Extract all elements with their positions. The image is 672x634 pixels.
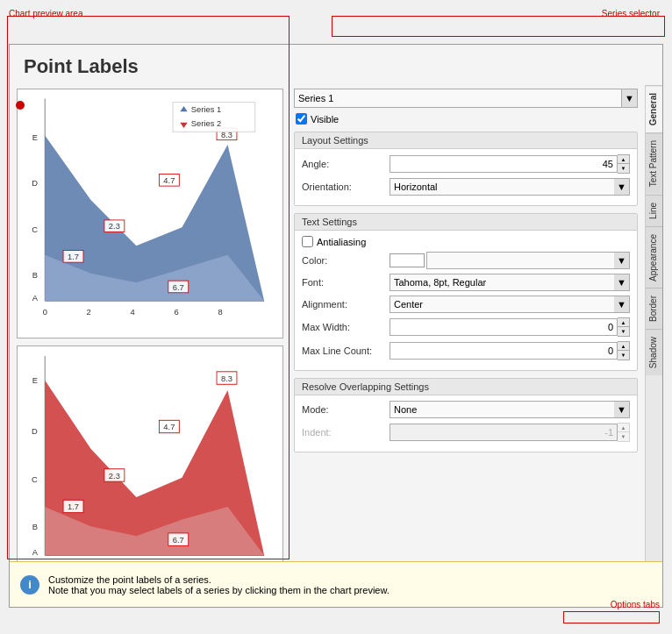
resolve-settings-section: Resolve Overlapping Settings Mode: None … [294,378,638,452]
tab-appearance[interactable]: Appearance [646,226,662,289]
mode-select[interactable]: None Auto [390,401,630,418]
options-tabs-bracket [563,611,660,623]
main-dialog: Point Labels E D C [9,44,663,608]
color-select[interactable] [426,252,630,269]
max-width-up-btn[interactable]: ▲ [618,318,629,327]
svg-text:B: B [32,270,38,280]
indent-input [390,424,618,441]
color-select-wrap: ▼ [426,252,630,269]
visible-label: Visible [311,114,339,125]
chart1-area[interactable]: E D C B A 0 2 4 6 8 8.3 [17,89,283,338]
mode-row: Mode: None Auto ▼ [302,401,630,418]
angle-up-btn[interactable]: ▲ [618,155,629,164]
charts-panel: E D C B A 0 2 4 6 8 8.3 [10,85,290,599]
angle-label: Angle: [302,159,390,169]
svg-text:C: C [32,474,38,484]
visible-checkbox[interactable] [296,113,307,125]
svg-text:2.3: 2.3 [109,221,120,231]
max-width-input[interactable] [390,318,618,336]
chart-preview-label: Chart preview area [9,9,82,18]
max-line-count-down-btn[interactable]: ▼ [618,351,629,360]
tab-border[interactable]: Border [646,288,662,329]
right-panel: Series 1 Series 2 ▼ Visible Layout Setti… [290,85,662,599]
series-selector-label: Series selector [602,9,660,18]
max-line-count-up-btn[interactable]: ▲ [618,342,629,351]
max-line-count-row: Max Line Count: ▲ ▼ [302,341,630,360]
svg-text:C: C [32,224,38,234]
font-label: Font: [302,277,390,288]
svg-text:1.7: 1.7 [68,502,79,511]
svg-text:0: 0 [43,307,47,317]
svg-text:4.7: 4.7 [163,175,175,185]
max-width-label: Max Width: [302,322,390,332]
options-tabs-container: Options tabs [563,600,660,623]
svg-text:4: 4 [131,307,135,317]
svg-text:Series 1: Series 1 [191,104,221,114]
indent-down-btn: ▼ [618,432,629,441]
svg-text:8.3: 8.3 [221,374,232,383]
angle-input[interactable] [390,155,618,173]
info-line1: Customize the point labels of a series. [48,574,390,585]
settings-panel: Series 1 Series 2 ▼ Visible Layout Setti… [290,85,645,599]
color-row: Color: ▼ [302,252,630,269]
max-line-count-spin-btns: ▲ ▼ [618,341,630,360]
chart2-svg: E D C B A 0 2 4 6 8 8.3 4.7 [18,346,282,595]
alignment-select[interactable]: Center Left Right [390,296,630,313]
font-select[interactable]: Tahoma, 8pt, Regular [390,274,630,291]
svg-text:D: D [32,178,38,188]
orientation-label: Orientation: [302,182,390,192]
tab-shadow[interactable]: Shadow [646,329,662,375]
font-select-wrap: Tahoma, 8pt, Regular ▼ [390,274,630,291]
info-text: Customize the point labels of a series. … [48,574,390,595]
indent-row: Indent: ▲ ▼ [302,423,630,442]
mode-select-wrap: None Auto ▼ [390,401,630,418]
resolve-settings-header: Resolve Overlapping Settings [295,379,637,395]
max-line-count-label: Max Line Count: [302,345,390,356]
svg-text:6: 6 [175,307,179,317]
resolve-settings-body: Mode: None Auto ▼ Indent: [295,395,637,452]
max-line-count-spin: ▲ ▼ [390,341,630,360]
max-line-count-input[interactable] [390,342,618,360]
max-width-down-btn[interactable]: ▼ [618,327,629,336]
font-row: Font: Tahoma, 8pt, Regular ▼ [302,274,630,291]
mode-label: Mode: [302,404,390,415]
antialiasing-row: Antialiasing [302,236,630,247]
color-control: ▼ [390,252,630,269]
angle-down-btn[interactable]: ▼ [618,164,629,173]
max-width-row: Max Width: ▲ ▼ [302,317,630,337]
layout-settings-section: Layout Settings Angle: ▲ ▼ [294,132,638,206]
tab-text-pattern[interactable]: Text Pattern [646,132,662,194]
chart1-svg: E D C B A 0 2 4 6 8 8.3 [18,89,282,338]
color-swatch[interactable] [390,253,425,267]
svg-text:8: 8 [218,307,223,317]
svg-text:E: E [32,132,38,142]
alignment-label: Alignment: [302,299,390,310]
svg-text:1.7: 1.7 [68,252,79,261]
visible-row: Visible [294,113,638,125]
svg-text:A: A [32,547,39,557]
orientation-select[interactable]: Horizontal Vertical [390,178,630,196]
svg-text:D: D [32,426,38,436]
series-select[interactable]: Series 1 Series 2 [294,89,622,108]
series1-marker [16,101,25,110]
layout-settings-body: Angle: ▲ ▼ Orientation: [295,149,637,205]
svg-text:6.7: 6.7 [173,282,184,292]
angle-spin: ▲ ▼ [390,154,630,174]
indent-label: Indent: [302,427,390,438]
indent-up-btn: ▲ [618,424,629,432]
angle-spin-btns: ▲ ▼ [618,154,630,174]
tab-line[interactable]: Line [646,195,662,226]
text-settings-header: Text Settings [295,214,637,231]
series-dropdown-btn[interactable]: ▼ [622,89,638,108]
tab-general[interactable]: General [646,85,662,132]
text-settings-body: Antialiasing Color: ▼ [295,231,637,370]
info-line2: Note that you may select labels of a ser… [48,585,390,595]
alignment-row: Alignment: Center Left Right ▼ [302,296,630,313]
dialog-title: Point Labels [10,45,662,85]
chart2-area[interactable]: E D C B A 0 2 4 6 8 8.3 4.7 [17,345,283,595]
color-label: Color: [302,255,390,266]
antialiasing-checkbox[interactable] [302,236,313,247]
svg-text:2.3: 2.3 [109,471,120,481]
svg-text:Series 2: Series 2 [191,118,221,128]
content-area: E D C B A 0 2 4 6 8 8.3 [10,85,662,599]
